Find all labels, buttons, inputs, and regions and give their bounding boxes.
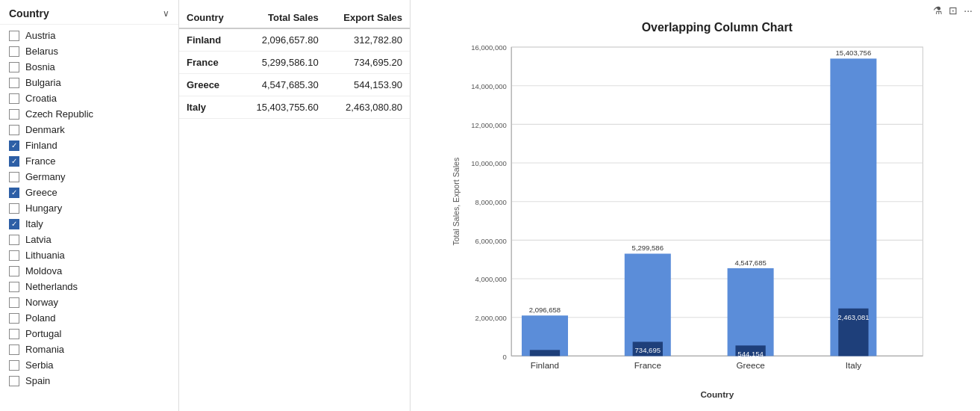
data-table: Country Total Sales Export Sales Finland…: [179, 7, 410, 119]
filter-item-label: Germany: [25, 171, 65, 182]
cell-total-sales: 4,547,685.30: [238, 74, 325, 96]
filter-item-label: Denmark: [25, 124, 65, 135]
filter-checkbox[interactable]: [9, 235, 19, 245]
filter-checkbox[interactable]: [9, 93, 19, 104]
svg-text:Total Sales, Export Sales: Total Sales, Export Sales: [452, 158, 461, 246]
filter-item[interactable]: Bosnia: [0, 59, 178, 75]
filter-item[interactable]: Greece: [0, 185, 178, 200]
filter-item-label: Bulgaria: [25, 77, 61, 88]
svg-text:4,000,000: 4,000,000: [475, 275, 506, 283]
filter-item-label: Bosnia: [25, 61, 55, 72]
filter-item[interactable]: Romania: [0, 342, 178, 357]
filter-item-label: Czech Republic: [25, 108, 93, 120]
filter-item-label: Hungary: [25, 203, 62, 214]
filter-checkbox[interactable]: [9, 313, 19, 324]
filter-title: Country: [9, 7, 49, 19]
cell-export-sales: 544,153.90: [326, 74, 410, 96]
svg-text:734,695: 734,695: [635, 346, 661, 354]
svg-text:15,403,756: 15,403,756: [836, 49, 872, 57]
filter-item[interactable]: Denmark: [0, 122, 178, 137]
svg-text:6,000,000: 6,000,000: [475, 237, 506, 245]
total-sales-bar[interactable]: [625, 253, 671, 356]
filter-item[interactable]: Lithuania: [0, 247, 178, 263]
filter-checkbox[interactable]: [9, 329, 19, 339]
filter-checkbox[interactable]: [9, 31, 19, 41]
chevron-down-icon[interactable]: ∨: [163, 8, 169, 19]
svg-text:5,299,586: 5,299,586: [632, 244, 664, 252]
filter-item[interactable]: Bulgaria: [0, 75, 178, 90]
more-icon[interactable]: ···: [964, 4, 973, 16]
filter-item-label: Italy: [25, 218, 43, 229]
total-sales-bar[interactable]: [522, 315, 568, 356]
table-row: Italy15,403,755.602,463,080.80: [179, 96, 410, 119]
filter-item[interactable]: Latvia: [0, 232, 178, 247]
filter-checkbox[interactable]: [9, 156, 19, 167]
table-row: Finland2,096,657.80312,782.80: [179, 28, 410, 52]
svg-text:4,547,685: 4,547,685: [734, 259, 766, 267]
filter-checkbox[interactable]: [9, 188, 19, 198]
filter-item-label: Spain: [25, 375, 50, 386]
col-header-total-sales: Total Sales: [238, 7, 325, 28]
filter-checkbox[interactable]: [9, 250, 19, 261]
total-sales-bar[interactable]: [728, 268, 774, 356]
expand-icon[interactable]: ⊡: [949, 4, 958, 16]
filter-checkbox[interactable]: [9, 360, 19, 371]
filter-item[interactable]: Moldova: [0, 263, 178, 279]
filter-item[interactable]: Poland: [0, 310, 178, 326]
filter-item[interactable]: Portugal: [0, 326, 178, 342]
svg-text:12,000,000: 12,000,000: [471, 121, 507, 129]
filter-item[interactable]: Austria: [0, 28, 178, 43]
filter-item-label: Finland: [25, 140, 57, 151]
chart-toolbar: ⚗ ⊡ ···: [933, 4, 973, 16]
table-header-row: Country Total Sales Export Sales: [179, 7, 410, 28]
filter-item-label: Serbia: [25, 359, 54, 371]
filter-item[interactable]: Belarus: [0, 43, 178, 59]
svg-text:2,096,658: 2,096,658: [529, 306, 561, 314]
cell-total-sales: 2,096,657.80: [238, 28, 325, 52]
filter-checkbox[interactable]: [9, 219, 19, 229]
cell-country: Italy: [179, 96, 238, 119]
filter-item-label: Belarus: [25, 46, 58, 57]
filter-item[interactable]: Croatia: [0, 90, 178, 106]
filter-checkbox[interactable]: [9, 266, 19, 276]
filter-checkbox[interactable]: [9, 376, 19, 386]
filter-checkbox[interactable]: [9, 282, 19, 292]
filter-icon[interactable]: ⚗: [933, 4, 943, 16]
filter-item[interactable]: Netherlands: [0, 279, 178, 294]
filter-panel: Country ∨ AustriaBelarusBosniaBulgariaCr…: [0, 0, 179, 411]
svg-text:Overlapping Column Chart: Overlapping Column Chart: [642, 21, 793, 34]
filter-item-label: Moldova: [25, 265, 62, 276]
filter-item-label: Lithuania: [25, 250, 65, 261]
table-section: Country Total Sales Export Sales Finland…: [179, 0, 411, 411]
filter-item[interactable]: Spain: [0, 373, 178, 389]
filter-checkbox[interactable]: [9, 46, 19, 57]
filter-item[interactable]: Finland: [0, 137, 178, 153]
filter-checkbox[interactable]: [9, 62, 19, 72]
filter-item-label: Portugal: [25, 328, 61, 339]
cell-export-sales: 2,463,080.80: [326, 96, 410, 119]
svg-text:2,000,000: 2,000,000: [475, 314, 506, 322]
filter-checkbox[interactable]: [9, 172, 19, 182]
filter-item[interactable]: Germany: [0, 169, 178, 185]
filter-checkbox[interactable]: [9, 109, 19, 120]
filter-checkbox[interactable]: [9, 203, 19, 214]
filter-checkbox[interactable]: [9, 140, 19, 151]
filter-checkbox[interactable]: [9, 297, 19, 308]
filter-item[interactable]: France: [0, 153, 178, 169]
svg-text:Finland: Finland: [531, 360, 559, 370]
filter-item[interactable]: Czech Republic: [0, 106, 178, 122]
filter-item-label: Greece: [25, 187, 57, 198]
filter-item-label: France: [25, 155, 55, 167]
filter-item[interactable]: Italy: [0, 216, 178, 232]
filter-list: AustriaBelarusBosniaBulgariaCroatiaCzech…: [0, 25, 178, 411]
filter-checkbox[interactable]: [9, 344, 19, 355]
svg-text:8,000,000: 8,000,000: [475, 198, 506, 206]
filter-checkbox[interactable]: [9, 125, 19, 135]
filter-checkbox[interactable]: [9, 78, 19, 88]
chart-container: Overlapping Column Chart02,000,0004,000,…: [411, 0, 980, 411]
filter-item[interactable]: Serbia: [0, 357, 178, 373]
filter-item[interactable]: Hungary: [0, 200, 178, 216]
filter-item[interactable]: Norway: [0, 294, 178, 310]
filter-item-label: Austria: [25, 30, 55, 41]
svg-text:14,000,000: 14,000,000: [471, 82, 507, 90]
